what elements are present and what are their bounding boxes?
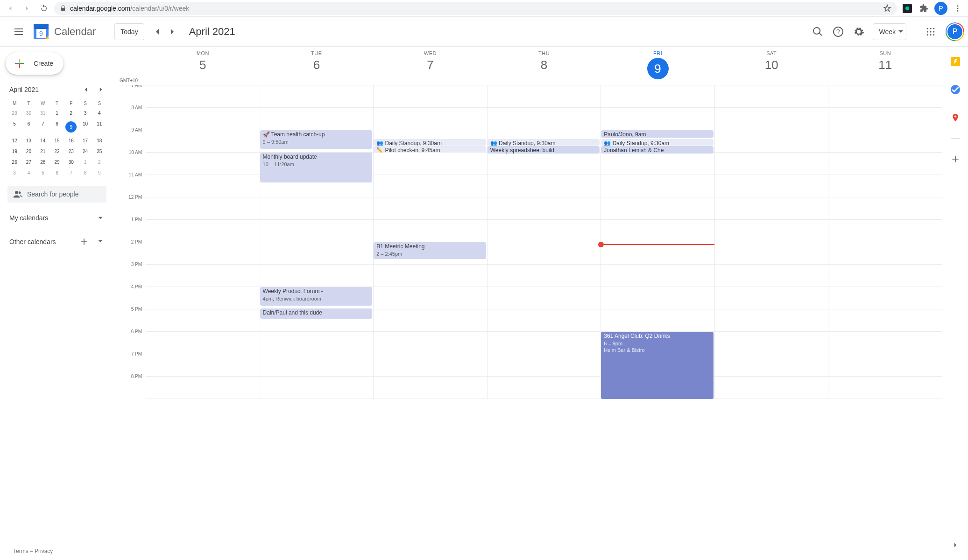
mini-cal-day[interactable]: 7 bbox=[64, 168, 78, 178]
mini-cal-day[interactable]: 29 bbox=[7, 108, 21, 119]
day-header[interactable]: THU8 bbox=[487, 47, 601, 85]
calendar-event[interactable]: Monthly board update10 – 11:20am bbox=[260, 153, 373, 182]
calendar-event[interactable]: B1 Meetric Meeting2 – 2:45pm bbox=[374, 242, 486, 259]
mini-cal-day[interactable]: 3 bbox=[78, 108, 92, 119]
view-switcher[interactable]: Week bbox=[873, 23, 906, 40]
mini-cal-day[interactable]: 2 bbox=[64, 108, 78, 119]
calendar-event[interactable]: 👥 Daily Standup, 9:30am bbox=[601, 139, 714, 146]
day-header[interactable]: MON5 bbox=[146, 47, 260, 85]
calendar-event[interactable]: ✏️ Pilot check-in, 9:45am bbox=[374, 146, 486, 153]
mini-cal-day[interactable]: 22 bbox=[50, 146, 64, 157]
calendar-event[interactable]: 361 Angel Club: Q2 Drinks6 – 9pmHelm Bar… bbox=[601, 332, 714, 399]
calendar-event[interactable]: Weekly spreadsheet build bbox=[488, 146, 600, 154]
next-period-button[interactable] bbox=[165, 24, 180, 39]
prev-period-button[interactable] bbox=[150, 24, 165, 39]
mini-cal-day[interactable]: 30 bbox=[64, 157, 78, 168]
mini-cal-next-button[interactable] bbox=[95, 84, 106, 95]
mini-cal-day[interactable]: 21 bbox=[36, 146, 50, 157]
mini-cal-day[interactable]: 25 bbox=[92, 146, 106, 157]
mini-cal-day[interactable]: 7 bbox=[36, 119, 50, 135]
mini-cal-day[interactable]: 10 bbox=[78, 119, 92, 135]
mini-cal-day[interactable]: 29 bbox=[50, 157, 64, 168]
mini-cal-day[interactable]: 6 bbox=[50, 168, 64, 178]
account-avatar[interactable]: P bbox=[946, 22, 964, 41]
calendar-event[interactable]: 👥 Daily Standup, 9:30am bbox=[374, 139, 486, 146]
browser-back-button[interactable] bbox=[4, 2, 17, 15]
calendar-event[interactable]: Weekly Product Forum -4pm, Renwick board… bbox=[260, 287, 373, 306]
day-header[interactable]: SUN11 bbox=[828, 47, 942, 85]
browser-reload-button[interactable] bbox=[37, 2, 50, 15]
mini-cal-day[interactable]: 23 bbox=[64, 146, 78, 157]
mini-cal-day[interactable]: 1 bbox=[78, 157, 92, 168]
mini-cal-day[interactable]: 14 bbox=[36, 135, 50, 146]
mini-cal-day[interactable]: 4 bbox=[92, 108, 106, 119]
mini-cal-day[interactable]: 28 bbox=[36, 157, 50, 168]
mini-cal-day[interactable]: 9 bbox=[92, 168, 106, 178]
main-menu-button[interactable] bbox=[7, 21, 30, 43]
calendar-event[interactable]: Dain/Paul and this dude bbox=[260, 308, 373, 319]
tasks-addon-icon[interactable] bbox=[946, 80, 965, 99]
mini-cal-day[interactable]: 30 bbox=[21, 108, 35, 119]
day-column[interactable] bbox=[828, 85, 942, 399]
mini-cal-day[interactable]: 26 bbox=[7, 157, 21, 168]
mini-cal-day[interactable]: 3 bbox=[7, 168, 21, 178]
calendar-event[interactable]: 🚀 Team health catch-up9 – 9:50am bbox=[260, 130, 373, 149]
mini-cal-day[interactable]: 4 bbox=[21, 168, 35, 178]
mini-cal-day[interactable]: 15 bbox=[50, 135, 64, 146]
day-column[interactable] bbox=[714, 85, 828, 399]
maps-addon-icon[interactable] bbox=[946, 108, 965, 127]
browser-forward-button[interactable] bbox=[21, 2, 34, 15]
google-apps-button[interactable] bbox=[921, 22, 940, 41]
browser-profile-avatar[interactable]: P bbox=[934, 2, 947, 15]
day-header[interactable]: SAT10 bbox=[714, 47, 828, 85]
address-bar[interactable]: calendar.google.com/calendar/u/0/r/week bbox=[54, 2, 897, 15]
mini-cal-day[interactable]: 17 bbox=[78, 135, 92, 146]
mini-cal-day[interactable]: 5 bbox=[7, 119, 21, 135]
day-header[interactable]: FRI9 bbox=[601, 47, 714, 85]
other-calendars-toggle[interactable]: Other calendars bbox=[4, 233, 110, 250]
day-column[interactable]: Paulo/Jono, 9am👥 Daily Standup, 9:30amJo… bbox=[601, 85, 714, 399]
day-column[interactable]: 👥 Daily Standup, 9:30am✏️ Pilot check-in… bbox=[373, 85, 487, 399]
my-calendars-toggle[interactable]: My calendars bbox=[4, 210, 110, 226]
support-button[interactable]: ? bbox=[829, 22, 848, 41]
mini-cal-day[interactable]: 18 bbox=[92, 135, 106, 146]
day-header[interactable]: TUE6 bbox=[260, 47, 374, 85]
search-people-input[interactable]: Search for people bbox=[7, 186, 106, 203]
day-header[interactable]: WED7 bbox=[373, 47, 487, 85]
mini-cal-prev-button[interactable] bbox=[80, 84, 92, 95]
terms-link[interactable]: Terms bbox=[13, 548, 28, 554]
mini-cal-day[interactable]: 27 bbox=[21, 157, 35, 168]
day-column[interactable]: 👥 Daily Standup, 9:30amWeekly spreadshee… bbox=[487, 85, 601, 399]
extensions-puzzle-icon[interactable] bbox=[918, 2, 931, 15]
mini-cal-day[interactable]: 24 bbox=[78, 146, 92, 157]
add-calendar-icon[interactable] bbox=[79, 237, 89, 246]
bookmark-star-icon[interactable] bbox=[883, 4, 891, 13]
day-column[interactable]: 🚀 Team health catch-up9 – 9:50amMonthly … bbox=[260, 85, 374, 399]
mini-cal-day[interactable]: 12 bbox=[7, 135, 21, 146]
keep-addon-icon[interactable] bbox=[946, 52, 965, 71]
search-button[interactable] bbox=[808, 22, 827, 41]
mini-cal-day[interactable]: 9 bbox=[64, 119, 78, 135]
mini-cal-day[interactable]: 31 bbox=[36, 108, 50, 119]
mini-cal-day[interactable]: 20 bbox=[21, 146, 35, 157]
mini-cal-day[interactable]: 8 bbox=[50, 119, 64, 135]
mini-cal-day[interactable]: 5 bbox=[36, 168, 50, 178]
today-button[interactable]: Today bbox=[114, 23, 144, 40]
mini-cal-day[interactable]: 13 bbox=[21, 135, 35, 146]
side-panel-expand-button[interactable] bbox=[946, 536, 965, 554]
mini-cal-day[interactable]: 16 bbox=[64, 135, 78, 146]
mini-cal-day[interactable]: 1 bbox=[50, 108, 64, 119]
mini-cal-day[interactable]: 6 bbox=[21, 119, 35, 135]
calendar-event[interactable]: Paulo/Jono, 9am bbox=[601, 130, 714, 138]
browser-menu-icon[interactable] bbox=[951, 2, 964, 15]
calendar-event[interactable]: 👥 Daily Standup, 9:30am bbox=[488, 139, 600, 146]
extension-icon-1[interactable] bbox=[901, 2, 914, 15]
settings-button[interactable] bbox=[849, 22, 868, 41]
create-button[interactable]: Create bbox=[6, 52, 64, 75]
privacy-link[interactable]: Privacy bbox=[35, 548, 53, 554]
get-addons-button[interactable] bbox=[946, 150, 965, 168]
mini-cal-day[interactable]: 8 bbox=[78, 168, 92, 178]
day-column[interactable] bbox=[146, 85, 260, 399]
app-logo[interactable]: 9 Calendar bbox=[32, 22, 96, 41]
mini-cal-day[interactable]: 11 bbox=[92, 119, 106, 135]
